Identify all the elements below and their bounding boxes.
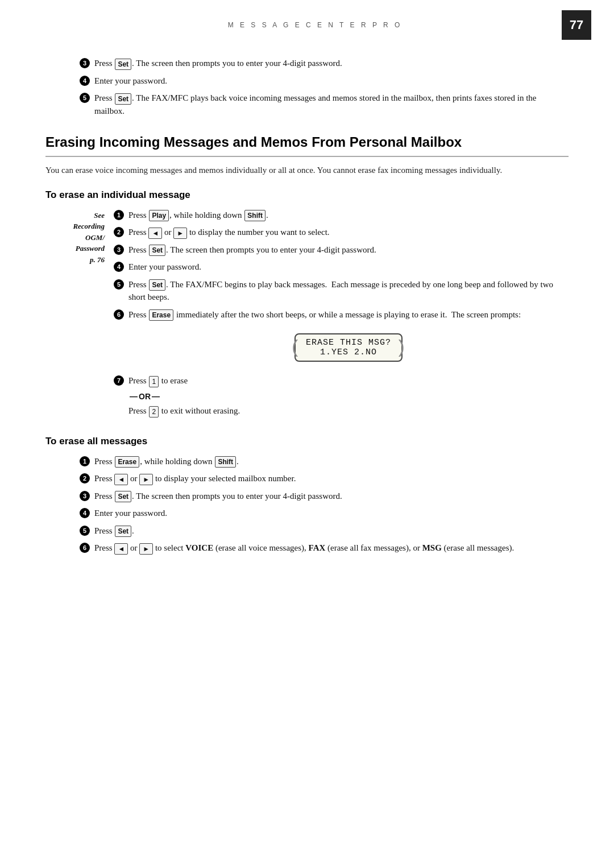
all-step-bullet-1: 1 <box>80 456 90 466</box>
sidebar-see: SeeRecordingOGM/Passwordp. 76 <box>73 211 105 264</box>
set-key-3: Set <box>149 245 165 256</box>
ind-step-2: 2 Press ◄ or ► to display the number you… <box>114 226 569 239</box>
play-key: Play <box>149 210 169 221</box>
set-key-5: Set <box>115 93 131 105</box>
left-arrow-key-1: ◄ <box>148 228 162 239</box>
erase-key-1: Erase <box>149 309 173 321</box>
ind-step-6: 6 Press Erase immediately after the two … <box>114 308 569 321</box>
section-description: You can erase voice incoming messages an… <box>45 164 569 177</box>
lcd-line-1: ERASE THIS MSG? <box>306 338 391 348</box>
ind-step-5: 5 Press Set. The FAX/MFC begins to play … <box>114 278 569 304</box>
all-section: To erase all messages 1 Press Erase, whi… <box>45 436 569 555</box>
ind-step-2-content: Press ◄ or ► to display the number you w… <box>128 226 330 239</box>
ind-step-exit: Press 2 to exit without erasing. <box>128 404 569 418</box>
step-bullet-3: 3 <box>80 58 90 68</box>
all-step-4-content: Enter your password. <box>94 507 167 520</box>
step-bullet-4: 4 <box>80 76 90 86</box>
header: M E S S A G E C E N T E R P R O 77 <box>23 0 591 46</box>
set-key-a3: Set <box>115 491 131 502</box>
page-number: 77 <box>562 10 591 40</box>
all-step-2: 2 Press ◄ or ► to display your selected … <box>80 472 569 485</box>
voice-label: VOICE <box>185 543 213 552</box>
right-arrow-key-2: ► <box>139 474 153 485</box>
all-step-bullet-2: 2 <box>80 473 90 483</box>
all-steps-list: 1 Press Erase, while holding down Shift.… <box>80 455 569 555</box>
ind-step-bullet-3: 3 <box>114 245 124 255</box>
left-arrow-key-2: ◄ <box>114 474 128 485</box>
all-step-bullet-3: 3 <box>80 491 90 501</box>
lcd-line-2: 1.YES 2.NO <box>306 348 391 357</box>
all-step-5-content: Press Set. <box>94 524 134 538</box>
ind-step-5-content: Press Set. The FAX/MFC begins to play ba… <box>128 278 569 304</box>
ind-step-bullet-4: 4 <box>114 262 124 272</box>
ind-step-1-content: Press Play, while holding down Shift. <box>128 209 268 222</box>
right-arrow-key-3: ► <box>139 543 153 555</box>
ind-step-7: 7 Press 1 to erase <box>114 374 569 387</box>
step-bullet-5: 5 <box>80 93 90 103</box>
ind-step-7-content: Press 1 to erase <box>128 374 188 387</box>
all-step-5: 5 Press Set. <box>80 524 569 538</box>
header-title: M E S S A G E C E N T E R P R O <box>23 21 562 29</box>
intro-steps: 3 Press Set. The screen then prompts you… <box>80 57 569 117</box>
all-step-2-content: Press ◄ or ► to display your selected ma… <box>94 472 296 485</box>
intro-step-4: 4 Enter your password. <box>80 75 569 88</box>
all-step-1: 1 Press Erase, while holding down Shift. <box>80 455 569 468</box>
all-heading: To erase all messages <box>45 436 569 447</box>
individual-steps-list: 1 Press Play, while holding down Shift. … <box>114 209 569 422</box>
ind-step-bullet-1: 1 <box>114 210 124 220</box>
ind-step-3: 3 Press Set. The screen then prompts you… <box>114 243 569 257</box>
left-arrow-key-3: ◄ <box>114 543 128 555</box>
all-step-bullet-6: 6 <box>80 543 90 553</box>
individual-heading: To erase an individual message <box>45 189 569 201</box>
ind-step-3-content: Press Set. The screen then prompts you t… <box>128 243 376 257</box>
shift-key-1: Shift <box>244 210 265 221</box>
individual-steps-container: SeeRecordingOGM/Passwordp. 76 1 Press Pl… <box>45 209 569 422</box>
ind-step-4: 4 Enter your password. <box>114 261 569 274</box>
ind-step-bullet-6: 6 <box>114 309 124 320</box>
ind-step-bullet-2: 2 <box>114 227 124 237</box>
shift-key-2: Shift <box>215 456 236 468</box>
sidebar-note: SeeRecordingOGM/Passwordp. 76 <box>45 209 114 422</box>
section-heading: Erasing Incoming Messages and Memos From… <box>45 134 569 157</box>
all-step-bullet-4: 4 <box>80 508 90 518</box>
ind-step-exit-content: Press 2 to exit without erasing. <box>128 404 240 418</box>
ind-step-bullet-7: 7 <box>114 375 124 386</box>
erase-key-2: Erase <box>115 456 139 468</box>
intro-step-3: 3 Press Set. The screen then prompts you… <box>80 57 569 70</box>
ind-step-4-content: Enter your password. <box>128 261 201 274</box>
all-step-1-content: Press Erase, while holding down Shift. <box>94 455 239 468</box>
fax-label: FAX <box>309 543 326 552</box>
intro-step-5: 5 Press Set. The FAX/MFC plays back voic… <box>80 92 569 117</box>
intro-step-5-content: Press Set. The FAX/MFC plays back voice … <box>94 92 569 117</box>
ind-step-6-content: Press Erase immediately after the two sh… <box>128 308 521 321</box>
key-1: 1 <box>149 376 159 387</box>
all-step-6-content: Press ◄ or ► to select VOICE (erase all … <box>94 542 514 555</box>
all-step-bullet-5: 5 <box>80 526 90 536</box>
lcd-display-wrapper: ERASE THIS MSG? 1.YES 2.NO <box>128 328 569 367</box>
individual-section: To erase an individual message SeeRecord… <box>45 189 569 422</box>
intro-step-3-content: Press Set. The screen then prompts you t… <box>94 57 342 70</box>
lcd-display: ERASE THIS MSG? 1.YES 2.NO <box>294 333 403 362</box>
all-step-6: 6 Press ◄ or ► to select VOICE (erase al… <box>80 542 569 555</box>
right-arrow-key-1: ► <box>173 228 187 239</box>
key-2: 2 <box>149 406 159 418</box>
or-divider: OR <box>128 392 569 401</box>
set-key-a5: Set <box>115 526 131 537</box>
intro-step-4-content: Enter your password. <box>94 75 167 88</box>
set-key: Set <box>115 59 131 70</box>
ind-step-1: 1 Press Play, while holding down Shift. <box>114 209 569 222</box>
set-key-5b: Set <box>149 279 165 291</box>
main-content: 3 Press Set. The screen then prompts you… <box>0 46 614 591</box>
all-step-4: 4 Enter your password. <box>80 507 569 520</box>
all-step-3-content: Press Set. The screen then prompts you t… <box>94 490 342 503</box>
ind-step-bullet-5: 5 <box>114 279 124 290</box>
msg-label: MSG <box>422 543 442 552</box>
all-step-3: 3 Press Set. The screen then prompts you… <box>80 490 569 503</box>
